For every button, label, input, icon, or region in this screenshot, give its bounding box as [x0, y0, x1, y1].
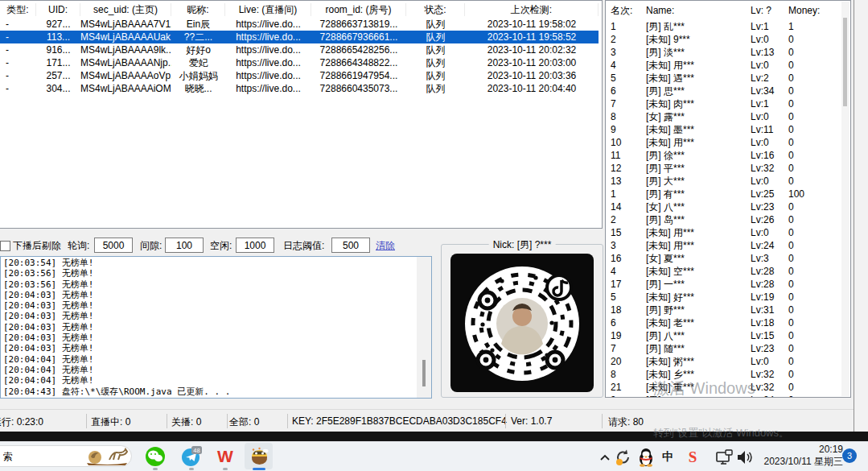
rank-row[interactable]: 1[男] 有***Lv:25100: [606, 188, 850, 200]
live-room-table[interactable]: 类型:UID:sec_uid: (主页)昵称:Live: (直播间)room_i…: [0, 0, 603, 229]
rank-row[interactable]: 11[男] 徐***Lv:160: [606, 149, 850, 162]
rank-row[interactable]: 13[男] 大***Lv:00: [606, 175, 850, 188]
column-header[interactable]: UID:: [36, 3, 80, 16]
rank-cell-name: [男] 野***: [646, 304, 751, 316]
rank-row[interactable]: 2[男] 岛***Lv:260: [606, 213, 850, 226]
poll-input[interactable]: [94, 238, 133, 253]
clear-log-link[interactable]: 清除: [376, 239, 395, 253]
rank-cell-lv: Lv:0: [751, 226, 788, 239]
rank-cell-name: [未知] 空***: [646, 265, 751, 278]
rank-cell-money: 0: [788, 265, 825, 278]
rank-row[interactable]: 3[男] 淡***Lv:130: [606, 46, 850, 59]
rank-row[interactable]: 5[未知] 遇***Lv:20: [606, 72, 850, 85]
column-header[interactable]: 上次检测:: [465, 3, 599, 16]
sync-icon[interactable]: [614, 448, 633, 467]
rank-row[interactable]: 7[未知] 肉***Lv:10: [606, 97, 850, 110]
table-row[interactable]: -304...MS4wLjABAAAAiOM...晓晓...https://li…: [0, 82, 599, 95]
rank-cell-money: 0: [788, 33, 825, 46]
rank-list-panel[interactable]: 名次: Name: Lv: ? Money: 1[男] 乱***Lv:112[未…: [605, 0, 851, 398]
column-header[interactable]: 类型:: [0, 3, 36, 16]
qq-icon[interactable]: [636, 448, 656, 467]
rank-cell-name: [男] 思***: [646, 85, 751, 97]
rank-cell-money: 0: [788, 342, 825, 355]
rank-cell-rank: 17: [606, 278, 646, 291]
rank-row[interactable]: 20[未知] 粥***Lv:00: [606, 355, 850, 368]
rank-row[interactable]: 16[女] 夏***Lv:30: [606, 252, 850, 265]
column-header[interactable]: 昵称:: [171, 3, 225, 16]
rank-row[interactable]: 6[男] 思***Lv:340: [606, 85, 850, 97]
rank-scrollbar-thumb[interactable]: [843, 18, 847, 106]
rank-row[interactable]: 2[未知] 9***Lv:00: [606, 33, 850, 46]
volume-icon[interactable]: [734, 448, 754, 467]
log-textarea[interactable]: [20:03:54] 无榜单![20:03:56] 无榜单![20:03:56]…: [0, 256, 432, 399]
log-threshold-label: 日志阈值:: [283, 239, 324, 253]
column-header[interactable]: 状态:: [406, 3, 465, 16]
cell-live: https://live.do...: [225, 69, 311, 82]
cell-last_check: 2023-10-11 19:58:02: [465, 18, 599, 31]
bee-app-icon[interactable]: [248, 445, 270, 468]
wechat-icon[interactable]: [144, 445, 167, 468]
ime-zh-icon[interactable]: 中: [658, 448, 677, 467]
log-line: [20:04:03] 无榜单!: [3, 343, 429, 353]
log-scrollbar[interactable]: [417, 257, 431, 398]
rank-cell-name: [未知] 用***: [646, 226, 751, 239]
rank-cell-lv: Lv:18: [751, 316, 788, 329]
rank-cell-rank: 3: [606, 239, 646, 252]
rank-row[interactable]: 21[未知] 重***Lv:320: [606, 381, 850, 394]
rank-row[interactable]: 12[男] 平***Lv:320: [606, 162, 850, 175]
rank-row[interactable]: 17[男] 一***Lv:280: [606, 278, 850, 291]
rank-row[interactable]: 8[女] 露***Lv:00: [606, 110, 850, 123]
telegram-icon[interactable]: 48: [180, 445, 203, 468]
log-threshold-input[interactable]: [331, 238, 370, 253]
rank-row[interactable]: 6[未知] 老***Lv:180: [606, 316, 850, 329]
rank-row[interactable]: 14[女] 八***Lv:230: [606, 200, 850, 213]
table-row[interactable]: -171...MS4wLjABAAAANjp...爱妃https://live.…: [0, 56, 599, 69]
rank-col-header: 名次:: [606, 4, 646, 18]
column-header[interactable]: room_id: (房号): [311, 3, 406, 16]
column-header[interactable]: Live: (直播间): [225, 3, 311, 16]
rank-cell-money: 0: [788, 136, 825, 149]
cell-type: -: [0, 56, 36, 69]
cell-uid: 113...: [36, 31, 80, 43]
rank-row[interactable]: 18[男] 野***Lv:310: [606, 304, 850, 316]
log-line: [20:03:56] 无榜单!: [3, 268, 429, 279]
chevron-up-icon[interactable]: [595, 448, 615, 467]
gap-input[interactable]: [165, 238, 204, 253]
rank-row[interactable]: 3[未知] 用***Lv:240: [606, 239, 850, 252]
taskbar-search[interactable]: 索: [0, 445, 132, 467]
rank-cell-rank: 18: [606, 304, 646, 316]
rank-cell-name: [未知] 用***: [646, 239, 751, 252]
rank-row[interactable]: 7[男] 随***Lv:230: [606, 342, 850, 355]
column-header[interactable]: sec_uid: (主页): [80, 3, 171, 16]
remove-after-end-checkbox[interactable]: [0, 241, 10, 251]
table-row[interactable]: -927...MS4wLjABAAAA7V1...Ein辰https://liv…: [0, 18, 599, 31]
rank-row[interactable]: 19[男] 八***Lv:150: [606, 329, 850, 342]
rank-row[interactable]: 1[男] 乱***Lv:11: [606, 20, 850, 33]
cell-nick: Ein辰: [171, 18, 225, 31]
rank-cell-money: 0: [788, 394, 825, 398]
rank-row[interactable]: 10[未知] 用***Lv:00: [606, 136, 850, 149]
rank-row[interactable]: 9[男]Lv:240: [606, 394, 850, 398]
cell-sec_uid: MS4wLjABAAAA9lk...: [80, 43, 171, 56]
cell-last_check: 2023-10-11 20:02:32: [465, 43, 599, 56]
telegram-badge-count: 48: [193, 447, 200, 454]
table-row[interactable]: -257...MS4wLjABAAAAoVp...小娟妈妈https://liv…: [0, 69, 599, 82]
rank-row[interactable]: 4[未知] 用***Lv:00: [606, 59, 850, 72]
log-scrollbar-thumb[interactable]: [422, 360, 426, 386]
table-row[interactable]: -916...MS4wLjABAAAA9lk...好好ohttps://live…: [0, 43, 599, 56]
notification-badge[interactable]: 3: [842, 448, 857, 463]
wps-icon[interactable]: W: [214, 445, 237, 468]
taskbar-clock[interactable]: 20:19 2023/10/11 星期三: [755, 444, 843, 468]
sogou-icon[interactable]: S: [683, 448, 702, 467]
table-row[interactable]: -113...MS4wLjABAAAAUak...??二...https://l…: [0, 31, 599, 43]
rank-scrollbar[interactable]: [841, 2, 849, 396]
rank-row[interactable]: 5[未知] 好***Lv:190: [606, 291, 850, 304]
rank-cell-rank: 2: [606, 213, 646, 226]
display-icon[interactable]: [715, 448, 734, 467]
idle-input[interactable]: [236, 238, 274, 253]
rank-row[interactable]: 15[未知] 用***Lv:00: [606, 226, 850, 239]
rank-cell-money: 0: [788, 110, 825, 123]
rank-row[interactable]: 8[未知] 乡***Lv:320: [606, 368, 850, 381]
rank-row[interactable]: 9[未知] 墨***Lv:110: [606, 123, 850, 136]
rank-row[interactable]: 4[未知] 空***Lv:280: [606, 265, 850, 278]
